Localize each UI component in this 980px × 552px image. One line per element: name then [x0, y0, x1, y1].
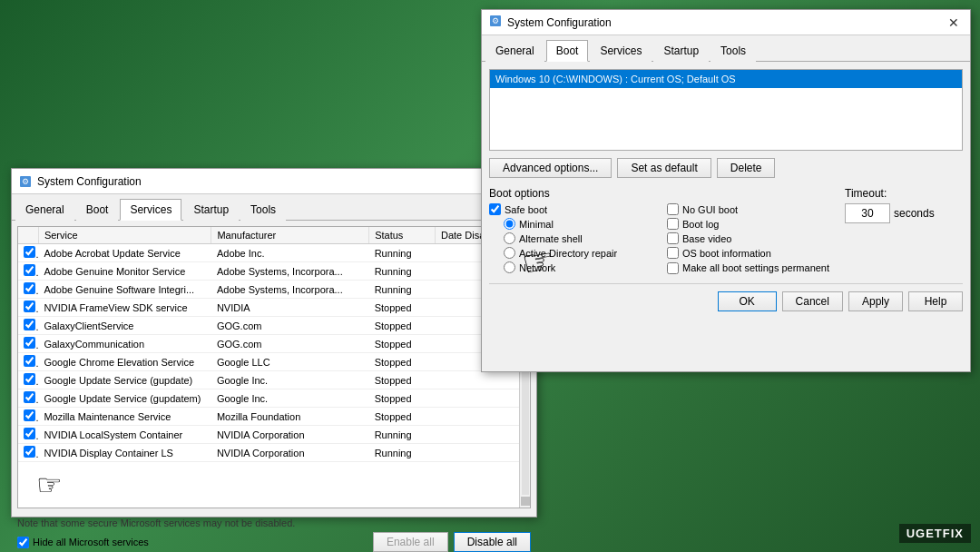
boot-apply-button[interactable]: Apply	[848, 291, 903, 311]
tab-boot[interactable]: Boot	[76, 199, 119, 221]
services-content: Service Manufacturer Status Date Disable…	[12, 221, 536, 514]
disable-all-button[interactable]: Disable all	[454, 532, 531, 552]
boot-options-label: Boot options	[489, 187, 658, 200]
col-header-status: Status	[369, 227, 436, 244]
services-titlebar: ⚙ System Configuration	[12, 169, 536, 194]
network-radio[interactable]	[504, 261, 515, 273]
boot-tab-services[interactable]: Services	[590, 40, 652, 62]
col-header-manufacturer: Manufacturer	[211, 227, 369, 244]
safe-boot-checkbox[interactable]	[489, 203, 501, 215]
table-row[interactable]: NVIDIA FrameView SDK service NVIDIA Stop…	[18, 299, 519, 317]
boot-footer-buttons: OK Cancel Apply Help	[489, 283, 963, 315]
alternate-shell-label: Alternate shell	[519, 233, 583, 244]
os-list-item-0[interactable]: Windows 10 (C:\WINDOWS) : Current OS; De…	[490, 70, 962, 88]
boot-options-area: Boot options Safe boot Minimal Alternate…	[489, 187, 963, 276]
col-header-service: Service	[38, 227, 211, 244]
timeout-input[interactable]	[845, 203, 890, 223]
service-date-7	[435, 371, 518, 389]
service-manufacturer-7: Google Inc.	[211, 371, 369, 389]
service-date-11	[435, 444, 518, 462]
hide-microsoft-container: Hide all Microsoft services	[17, 537, 149, 548]
table-row[interactable]: Adobe Genuine Monitor Service Adobe Syst…	[18, 262, 519, 281]
service-manufacturer-4: GOG.com	[211, 317, 369, 335]
service-checkbox-0[interactable]	[24, 246, 35, 258]
boot-tab-tools[interactable]: Tools	[710, 40, 756, 62]
boot-log-checkbox[interactable]	[667, 218, 679, 230]
services-note: Note that some secure Microsoft services…	[17, 518, 531, 528]
services-window-icon: ⚙	[19, 175, 32, 188]
service-manufacturer-9: Mozilla Foundation	[211, 408, 369, 426]
service-status-5: Stopped	[369, 335, 436, 353]
base-video-checkbox[interactable]	[667, 232, 679, 244]
table-row[interactable]: Google Chrome Elevation Service Google L…	[18, 353, 519, 371]
table-row[interactable]: GalaxyClientService GOG.com Stopped	[18, 317, 519, 335]
service-name-4: GalaxyClientService	[38, 317, 211, 335]
os-boot-info-row: OS boot information	[667, 247, 836, 259]
svg-text:⚙: ⚙	[22, 177, 29, 186]
svg-text:⚙: ⚙	[492, 16, 499, 25]
service-checkbox-6[interactable]	[24, 355, 35, 367]
minimal-radio[interactable]	[504, 218, 515, 230]
make-permanent-row: Make all boot settings permanent	[667, 262, 836, 274]
os-boot-info-checkbox[interactable]	[667, 247, 679, 259]
delete-button[interactable]: Delete	[717, 158, 776, 178]
tab-general[interactable]: General	[15, 199, 74, 221]
service-checkbox-8[interactable]	[24, 391, 35, 403]
table-row[interactable]: NVIDIA LocalSystem Container NVIDIA Corp…	[18, 426, 519, 444]
set-default-button[interactable]: Set as default	[617, 158, 710, 178]
boot-ok-button[interactable]: OK	[718, 291, 777, 311]
boot-tab-boot[interactable]: Boot	[546, 40, 589, 62]
table-row[interactable]: Adobe Genuine Software Integri... Adobe …	[18, 281, 519, 299]
service-status-10: Running	[369, 426, 436, 444]
table-row[interactable]: Google Update Service (gupdatem) Google …	[18, 389, 519, 408]
service-checkbox-4[interactable]	[24, 319, 35, 330]
tab-services[interactable]: Services	[120, 199, 181, 221]
hide-microsoft-checkbox[interactable]	[17, 537, 29, 548]
boot-close-button[interactable]: ✕	[945, 14, 963, 32]
service-status-4: Stopped	[369, 317, 436, 335]
boot-tab-startup[interactable]: Startup	[653, 40, 709, 62]
minimal-label: Minimal	[519, 219, 554, 230]
network-row: Network	[504, 261, 658, 273]
boot-window-icon: ⚙	[489, 15, 502, 30]
service-status-2: Running	[369, 281, 436, 299]
tab-startup[interactable]: Startup	[183, 199, 239, 221]
services-window-title: System Configuration	[37, 175, 142, 188]
service-checkbox-1[interactable]	[24, 264, 35, 276]
service-manufacturer-0: Adobe Inc.	[211, 244, 369, 262]
service-manufacturer-10: NVIDIA Corporation	[211, 426, 369, 444]
table-row[interactable]: Google Update Service (gupdate) Google I…	[18, 371, 519, 389]
service-checkbox-7[interactable]	[24, 373, 35, 385]
service-name-8: Google Update Service (gupdatem)	[38, 389, 211, 408]
alternate-shell-radio[interactable]	[504, 232, 515, 244]
enable-all-button[interactable]: Enable all	[373, 532, 448, 552]
table-row[interactable]: Mozilla Maintenance Service Mozilla Foun…	[18, 408, 519, 426]
boot-help-button[interactable]: Help	[908, 291, 963, 311]
boot-content: Windows 10 (C:\WINDOWS) : Current OS; De…	[482, 62, 970, 322]
active-directory-radio[interactable]	[504, 247, 515, 259]
service-checkbox-10[interactable]	[24, 428, 35, 439]
tab-tools[interactable]: Tools	[240, 199, 286, 221]
service-name-11: NVIDIA Display Container LS	[38, 444, 211, 462]
table-row[interactable]: GalaxyCommunication GOG.com Stopped	[18, 335, 519, 353]
service-name-7: Google Update Service (gupdate)	[38, 371, 211, 389]
boot-options-right: No GUI boot Boot log Base video OS boot …	[667, 187, 836, 276]
table-row[interactable]: Adobe Acrobat Update Service Adobe Inc. …	[18, 244, 519, 262]
table-row[interactable]: NVIDIA Display Container LS NVIDIA Corpo…	[18, 444, 519, 462]
service-status-1: Running	[369, 262, 436, 281]
boot-cancel-button[interactable]: Cancel	[782, 291, 843, 311]
os-boot-info-label: OS boot information	[682, 248, 771, 259]
advanced-options-button[interactable]: Advanced options...	[489, 158, 612, 178]
service-checkbox-2[interactable]	[24, 282, 35, 294]
make-permanent-checkbox[interactable]	[667, 262, 679, 274]
boot-tab-general[interactable]: General	[485, 40, 544, 62]
service-checkbox-3[interactable]	[24, 301, 35, 312]
service-name-5: GalaxyCommunication	[38, 335, 211, 353]
service-checkbox-11[interactable]	[24, 446, 35, 458]
service-checkbox-5[interactable]	[24, 337, 35, 349]
no-gui-boot-checkbox[interactable]	[667, 203, 679, 215]
os-list-box[interactable]: Windows 10 (C:\WINDOWS) : Current OS; De…	[489, 69, 963, 151]
service-name-10: NVIDIA LocalSystem Container	[38, 426, 211, 444]
service-manufacturer-5: GOG.com	[211, 335, 369, 353]
service-checkbox-9[interactable]	[24, 409, 35, 421]
